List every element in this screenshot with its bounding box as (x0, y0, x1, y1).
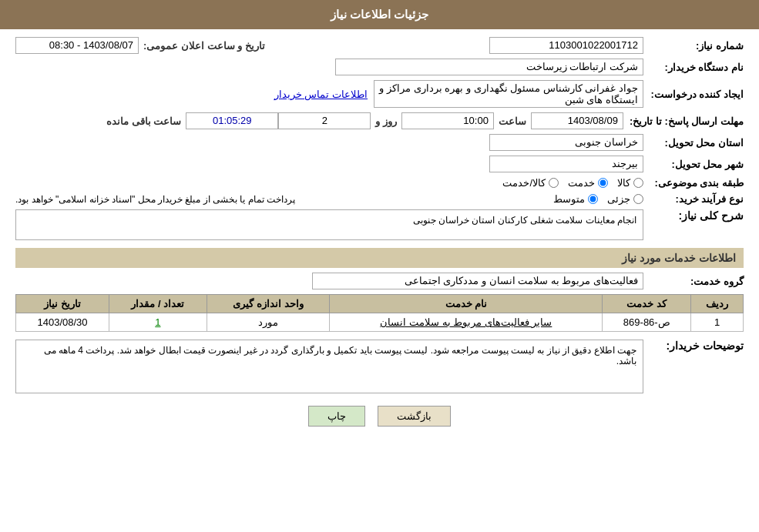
table-cell: سایر فعالیت‌های مربوط به سلامت انسان (330, 313, 603, 332)
purchase-type-note: پرداخت تمام یا بخشی از مبلغ خریدار محل "… (15, 194, 295, 205)
deadline-remaining: 01:05:29 (186, 112, 278, 129)
services-table-head: ردیف کد خدمت نام خدمت واحد اندازه گیری ت… (16, 295, 744, 313)
table-row: 1ص-86-869سایر فعالیت‌های مربوط به سلامت … (16, 313, 744, 332)
contact-link[interactable]: اطلاعات تماس خریدار (274, 89, 368, 100)
need-description-label: شرح کلی نیاز: (643, 209, 744, 222)
page-wrapper: جزئیات اطلاعات نیاز شماره نیاز: 11030010… (0, 0, 759, 532)
announcement-value: 1403/08/07 - 08:30 (15, 37, 139, 54)
deadline-label: مهلت ارسال پاسخ: تا تاریخ: (623, 115, 744, 127)
category-option-khedmat: خدمت (568, 177, 608, 189)
service-group-label: گروه خدمت: (643, 276, 744, 287)
deadline-day-label: روز و (371, 115, 401, 127)
category-radio-group: کالا خدمت کالا/خدمت (502, 177, 643, 189)
buyer-org-row: نام دستگاه خریدار: شرکت ارتباطات زیرساخت (15, 59, 744, 75)
city-row: شهر محل تحویل: بیرجند (15, 156, 744, 172)
buyer-notes-label: توضیحات خریدار: (643, 340, 744, 352)
main-content: شماره نیاز: 1103001022001712 تاریخ و ساع… (0, 29, 759, 442)
table-cell: 1403/08/30 (16, 313, 109, 332)
purchase-type-label-jozei: جزئی (607, 193, 630, 205)
col-unit: واحد اندازه گیری (207, 295, 330, 313)
province-label: استان محل تحویل: (643, 137, 744, 149)
category-label-khedmat: خدمت (568, 177, 595, 189)
deadline-date: 1403/08/09 (531, 112, 623, 129)
purchase-type-motavasset: متوسط (553, 193, 598, 205)
buyer-org-label: نام دستگاه خریدار: (643, 62, 744, 73)
requester-value: جواد غفرانی کارشناس مسئول نگهداری و بهره… (374, 80, 643, 108)
need-description-value: انجام معاینات سلامت شغلی کارکنان استان خ… (15, 209, 643, 240)
services-table-body: 1ص-86-869سایر فعالیت‌های مربوط به سلامت … (16, 313, 744, 332)
purchase-type-jozei: جزئی (607, 193, 643, 205)
category-option-kala: کالا (617, 177, 643, 189)
purchase-type-radio-motavasset[interactable] (588, 194, 598, 204)
need-number-label: شماره نیاز: (643, 40, 744, 52)
category-label: طبقه بندی موضوعی: (643, 177, 744, 189)
buyer-notes-block: توضیحات خریدار: جهت اطلاع دقیق از نیاز ب… (15, 340, 744, 393)
service-group-value: فعالیت‌های مربوط به سلامت انسان و مددکار… (312, 273, 643, 289)
col-service-name: نام خدمت (330, 295, 603, 313)
page-title: جزئیات اطلاعات نیاز (331, 8, 428, 21)
announcement-label: تاریخ و ساعت اعلان عمومی: (139, 40, 270, 52)
need-description-block: شرح کلی نیاز: انجام معاینات سلامت شغلی ک… (15, 209, 744, 240)
purchase-type-label-motavasset: متوسط (553, 193, 585, 205)
table-cell: ص-86-869 (603, 313, 691, 332)
col-row-num: ردیف (691, 295, 744, 313)
requester-label: ایجاد کننده درخواست: (643, 89, 744, 100)
category-option-both: کالا/خدمت (502, 177, 559, 189)
purchase-type-label: نوع فرآیند خرید: (643, 193, 744, 205)
services-table-header-row: ردیف کد خدمت نام خدمت واحد اندازه گیری ت… (16, 295, 744, 313)
col-quantity: تعداد / مقدار (109, 295, 207, 313)
category-radio-khedmat[interactable] (598, 178, 608, 188)
print-button[interactable]: چاپ (308, 406, 365, 427)
deadline-time: 10:00 (401, 112, 494, 129)
table-cell: 1 (109, 313, 207, 332)
requester-row: ایجاد کننده درخواست: جواد غفرانی کارشناس… (15, 80, 744, 108)
table-cell: 1 (691, 313, 744, 332)
buyer-org-value: شرکت ارتباطات زیرساخت (335, 59, 643, 75)
deadline-remaining-label: ساعت باقی مانده (102, 115, 186, 127)
province-value: خراسان جنوبی (489, 134, 643, 151)
province-row: استان محل تحویل: خراسان جنوبی (15, 134, 744, 151)
category-row: طبقه بندی موضوعی: کالا خدمت کالا/خدمت (15, 177, 744, 189)
services-section-header: اطلاعات خدمات مورد نیاز (15, 248, 744, 268)
col-service-code: کد خدمت (603, 295, 691, 313)
city-label: شهر محل تحویل: (643, 159, 744, 170)
city-value: بیرجند (489, 156, 643, 172)
services-table: ردیف کد خدمت نام خدمت واحد اندازه گیری ت… (15, 294, 744, 332)
category-label-both: کالا/خدمت (502, 177, 546, 189)
buyer-notes-value: جهت اطلاع دقیق از نیاز به لیست پیوست مرا… (15, 340, 643, 393)
deadline-row: مهلت ارسال پاسخ: تا تاریخ: 1403/08/09 سا… (15, 112, 744, 129)
need-number-row: شماره نیاز: 1103001022001712 تاریخ و ساع… (15, 37, 744, 54)
table-cell: مورد (207, 313, 330, 332)
page-header: جزئیات اطلاعات نیاز (0, 0, 759, 29)
deadline-day: 2 (278, 112, 371, 129)
back-button[interactable]: بازگشت (378, 406, 451, 427)
buttons-row: بازگشت چاپ (15, 406, 744, 427)
category-label-kala: کالا (617, 177, 630, 189)
need-number-value: 1103001022001712 (489, 37, 643, 54)
col-date: تاریخ نیاز (16, 295, 109, 313)
purchase-type-row: نوع فرآیند خرید: جزئی متوسط پرداخت تمام … (15, 193, 744, 205)
category-radio-kala[interactable] (633, 178, 643, 188)
purchase-type-radio-jozei[interactable] (633, 194, 643, 204)
service-group-row: گروه خدمت: فعالیت‌های مربوط به سلامت انس… (15, 273, 744, 289)
deadline-time-label: ساعت (494, 115, 531, 127)
need-description-area: انجام معاینات سلامت شغلی کارکنان استان خ… (15, 209, 643, 240)
category-radio-both[interactable] (549, 178, 559, 188)
buyer-notes-area: جهت اطلاع دقیق از نیاز به لیست پیوست مرا… (15, 340, 643, 393)
purchase-type-radio-group: جزئی متوسط (553, 193, 643, 205)
